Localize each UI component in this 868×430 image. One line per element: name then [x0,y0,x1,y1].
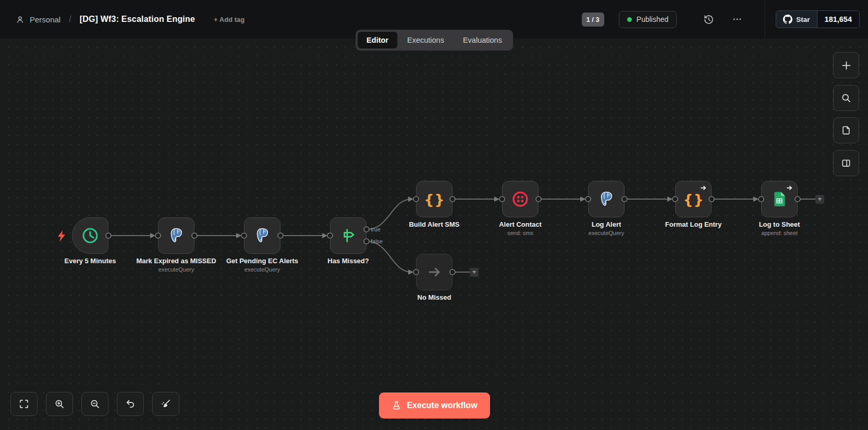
add-node-stub[interactable]: + [815,195,824,204]
fit-view-button[interactable] [10,392,38,416]
google-sheets-icon [771,190,788,208]
workflow-title[interactable]: [DG] Wf3: Escalation Engine [80,15,195,24]
zoom-in-button[interactable] [46,392,73,416]
github-star-count[interactable]: 181,654 [817,11,859,28]
node-get-pending-ec-alerts[interactable]: Get Pending EC Alerts executeQuery [244,217,280,254]
zoom-out-icon [90,399,100,409]
postgres-icon [167,226,186,245]
node-log-to-sheet[interactable]: Log to Sheet append: sheet [761,181,798,217]
add-node-button[interactable] [833,52,859,78]
node-has-missed[interactable]: Has Missed? [330,217,366,254]
execute-workflow-label: Execute workflow [407,401,477,410]
github-star-button[interactable]: Star [776,11,816,28]
branch-label-true: true [371,226,381,232]
search-nodes-button[interactable] [833,85,859,111]
header-divider [765,0,765,39]
tidy-up-button[interactable] [152,392,179,416]
postgres-icon [253,226,272,245]
trigger-bolt-icon [56,230,67,242]
zoom-out-button[interactable] [81,392,108,416]
output-arrow-icon [700,185,707,191]
svg-text:}: } [435,191,445,207]
node-log-alert[interactable]: Log Alert executeQuery [588,181,625,217]
execute-workflow-button[interactable]: Execute workflow [379,392,490,419]
tab-editor[interactable]: Editor [358,32,397,48]
panel-icon [841,158,851,168]
postgres-icon [597,190,616,208]
node-every-5-minutes[interactable]: Every 5 Minutes [72,217,108,254]
note-icon [841,125,851,136]
add-tag-button[interactable]: + Add tag [214,16,244,23]
view-tabs: Editor Executions Evaluations [356,30,513,51]
if-signpost-icon [339,226,358,245]
braces-icon: { } [424,190,445,208]
workflow-editor: true false + + Every 5 Minutes [0,0,868,430]
breadcrumb-separator: / [69,15,71,24]
github-star-widget[interactable]: Star 181,654 [776,10,860,28]
published-dot-icon [627,17,632,22]
svg-text:{: { [424,191,434,207]
fit-view-icon [19,399,29,409]
node-build-alert-sms[interactable]: { } Build Alert SMS [416,181,453,217]
sticky-note-button[interactable] [833,117,859,143]
no-op-arrow-icon [425,263,444,281]
node-no-missed[interactable]: No Missed [416,254,453,290]
pagination-badge: 1 / 3 [582,13,604,27]
person-icon [16,15,25,24]
broom-icon [161,399,171,409]
branch-label-false: false [371,238,383,244]
breadcrumb: Personal / [DG] Wf3: Escalation Engine +… [16,15,244,24]
workflow-canvas[interactable] [0,39,868,430]
svg-text:{: { [683,191,693,207]
history-button[interactable] [703,14,714,25]
add-node-stub[interactable]: + [470,268,479,277]
output-arrow-icon [786,185,793,191]
plus-icon: + [818,195,822,203]
search-icon [841,93,851,103]
history-icon [703,14,714,25]
braces-icon: { } [683,190,704,208]
tab-executions[interactable]: Executions [398,32,453,48]
ellipsis-icon [732,14,742,24]
plus-icon [841,60,852,71]
twilio-icon [511,190,530,208]
svg-text:}: } [694,191,704,207]
github-icon [783,15,792,24]
zoom-in-icon [54,399,65,409]
undo-icon [125,399,136,409]
node-alert-contact[interactable]: Alert Contact send: sms [502,181,539,217]
node-format-log-entry[interactable]: { } Format Log Entry [675,181,712,217]
breadcrumb-project[interactable]: Personal [30,15,60,24]
tab-evaluations[interactable]: Evaluations [454,32,511,48]
panel-toggle-button[interactable] [833,150,859,176]
node-mark-expired-as-missed[interactable]: Mark Expired as MISSED executeQuery [158,217,194,254]
flask-icon [392,401,401,411]
undo-button[interactable] [117,392,144,416]
clock-icon [81,226,100,245]
published-status-badge[interactable]: Published [619,11,677,28]
more-options-button[interactable] [732,14,742,24]
plus-icon: + [472,268,476,276]
